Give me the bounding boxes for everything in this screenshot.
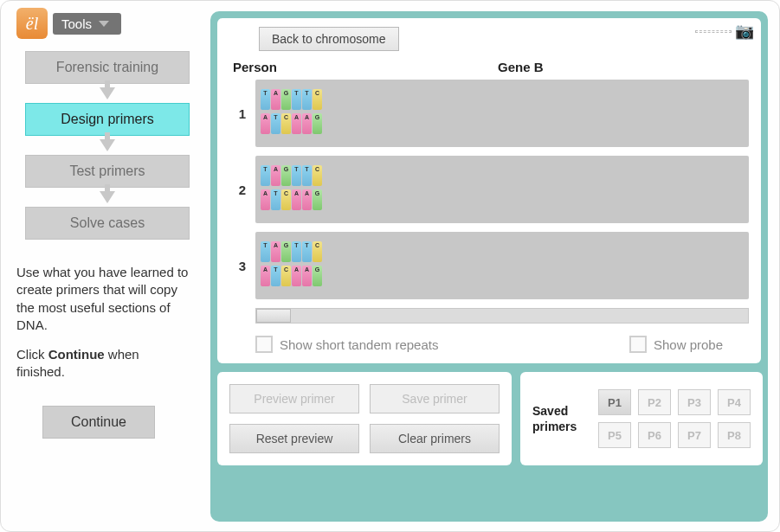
scrollbar-thumb[interactable] bbox=[256, 309, 291, 323]
header-person: Person bbox=[229, 60, 498, 74]
sidebar: Forensic training Design primers Test pr… bbox=[16, 51, 198, 439]
primer-slot-p7[interactable]: P7 bbox=[678, 422, 711, 448]
saved-primers-panel: Saved primers P1 P2 P3 P4 P5 P6 P7 P8 bbox=[520, 372, 763, 465]
brand-logo: ël bbox=[16, 8, 48, 39]
back-to-chromosome-button[interactable]: Back to chromosome bbox=[259, 27, 399, 51]
step-solve-cases[interactable]: Solve cases bbox=[25, 207, 190, 240]
dna-fragment: TAGTTCATCAAG bbox=[261, 89, 328, 138]
save-primer-button[interactable]: Save primer bbox=[370, 384, 500, 413]
step-forensic-training[interactable]: Forensic training bbox=[25, 51, 190, 84]
tools-menu[interactable]: Tools bbox=[53, 13, 121, 35]
column-headers: Person Gene B bbox=[229, 60, 749, 74]
person-row: 1 TAGTTCATCAAG bbox=[229, 80, 749, 147]
person-row: 2 TAGTTCATCAAG bbox=[229, 156, 749, 223]
primer-slot-p2[interactable]: P2 bbox=[638, 389, 671, 415]
row-number: 2 bbox=[229, 183, 255, 197]
view-options: Show short tandem repeats Show probe bbox=[255, 336, 723, 353]
chevron-down-icon bbox=[99, 21, 109, 27]
show-probe-option: Show probe bbox=[629, 336, 723, 353]
dna-fragment: TAGTTCATCAAG bbox=[261, 241, 328, 290]
instruction-line-1: Use what you have learned to create prim… bbox=[16, 265, 188, 332]
arrow-down-icon bbox=[100, 191, 115, 203]
tools-label: Tools bbox=[61, 16, 92, 31]
show-str-option: Show short tandem repeats bbox=[255, 336, 438, 353]
show-str-label: Show short tandem repeats bbox=[280, 337, 438, 352]
tools-bar: ël Tools bbox=[16, 8, 121, 39]
row-number: 3 bbox=[229, 259, 255, 273]
instruction-bold: Continue bbox=[48, 347, 105, 362]
steps-nav: Forensic training Design primers Test pr… bbox=[16, 51, 198, 240]
show-str-checkbox[interactable] bbox=[255, 336, 273, 353]
bottom-panels: Preview primer Save primer Reset preview… bbox=[217, 372, 761, 465]
chromosome-panel: 📷 Back to chromosome Person Gene B 1 TAG… bbox=[217, 18, 761, 363]
instructions-text: Use what you have learned to create prim… bbox=[16, 264, 190, 381]
camera-icon[interactable]: 📷 bbox=[735, 22, 754, 41]
primer-slot-p4[interactable]: P4 bbox=[718, 389, 751, 415]
header-gene: Gene B bbox=[498, 60, 544, 74]
clear-primers-button[interactable]: Clear primers bbox=[370, 424, 500, 453]
dna-track[interactable]: TAGTTCATCAAG bbox=[255, 156, 749, 223]
continue-button[interactable]: Continue bbox=[42, 406, 155, 439]
primer-slots: P1 P2 P3 P4 P5 P6 P7 P8 bbox=[598, 389, 751, 448]
person-rows: 1 TAGTTCATCAAG 2 TAGTTCATCAAG 3 TAGTTCAT… bbox=[229, 80, 749, 299]
horizontal-scrollbar[interactable] bbox=[255, 308, 749, 324]
primer-slot-p3[interactable]: P3 bbox=[678, 389, 711, 415]
primer-slot-p1[interactable]: P1 bbox=[598, 389, 631, 415]
reset-preview-button[interactable]: Reset preview bbox=[229, 424, 359, 453]
dna-track[interactable]: TAGTTCATCAAG bbox=[255, 232, 749, 299]
step-test-primers[interactable]: Test primers bbox=[25, 155, 190, 188]
primer-slot-p6[interactable]: P6 bbox=[638, 422, 671, 448]
arrow-down-icon bbox=[100, 87, 115, 99]
arrow-down-icon bbox=[100, 139, 115, 151]
show-probe-label: Show probe bbox=[654, 337, 723, 352]
app-window: ël Tools Forensic training Design primer… bbox=[0, 0, 780, 532]
preview-primer-button[interactable]: Preview primer bbox=[229, 384, 359, 413]
primer-actions: Preview primer Save primer Reset preview… bbox=[217, 372, 512, 465]
primer-slot-p8[interactable]: P8 bbox=[718, 422, 751, 448]
step-design-primers[interactable]: Design primers bbox=[25, 103, 190, 136]
dna-fragment: TAGTTCATCAAG bbox=[261, 165, 328, 214]
primer-slot-p5[interactable]: P5 bbox=[598, 422, 631, 448]
main-panel: 📷 Back to chromosome Person Gene B 1 TAG… bbox=[210, 11, 768, 522]
dna-track[interactable]: TAGTTCATCAAG bbox=[255, 80, 749, 147]
row-number: 1 bbox=[229, 106, 255, 121]
person-row: 3 TAGTTCATCAAG bbox=[229, 232, 749, 299]
show-probe-checkbox[interactable] bbox=[629, 336, 647, 353]
saved-primers-label: Saved primers bbox=[532, 403, 586, 434]
instruction-line-2a: Click bbox=[16, 347, 45, 362]
